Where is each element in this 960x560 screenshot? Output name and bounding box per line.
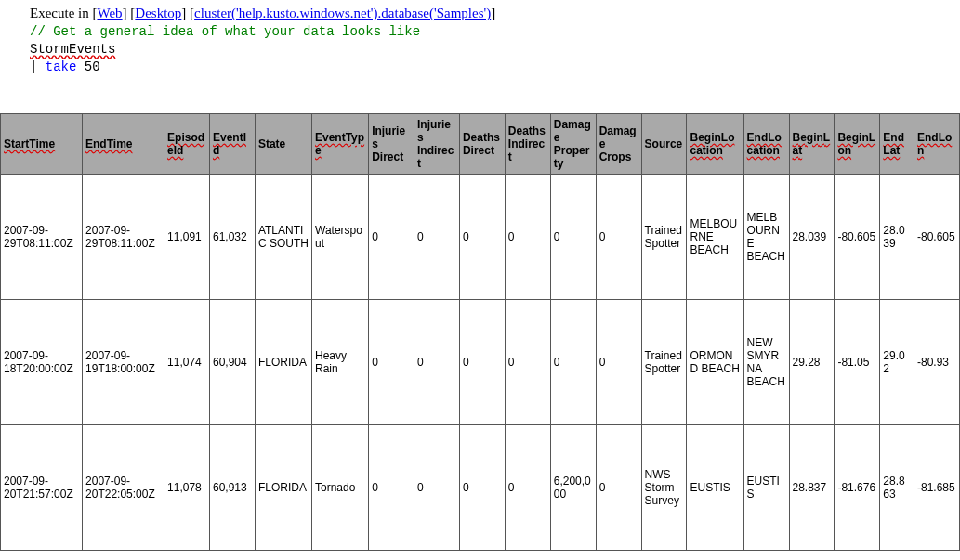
table-cell: 61,032	[209, 174, 255, 299]
table-cell: 0	[505, 174, 550, 299]
table-cell: Waterspout	[312, 174, 369, 299]
col-header: State	[255, 113, 311, 174]
link-web[interactable]: Web	[97, 6, 122, 20]
table-cell: 0	[550, 299, 596, 424]
table-cell: 0	[459, 299, 505, 424]
table-cell: -81.685	[914, 424, 959, 550]
code-take-kw: take	[46, 59, 77, 74]
table-cell: 0	[369, 174, 414, 299]
header-area: Execute in [Web] [Desktop] [cluster('hel…	[0, 0, 960, 80]
table-row: 2007-09-18T20:00:00Z2007-09-19T18:00:00Z…	[1, 299, 960, 424]
table-cell: FLORIDA	[255, 299, 311, 424]
table-cell: 2007-09-20T21:57:00Z	[1, 424, 83, 550]
table-cell: 0	[505, 424, 550, 550]
table-cell: ATLANTIC SOUTH	[255, 174, 311, 299]
table-cell: 0	[369, 299, 414, 424]
table-cell: 60,913	[209, 424, 255, 550]
table-cell: 60,904	[209, 299, 255, 424]
table-cell: 2007-09-18T20:00:00Z	[1, 299, 83, 424]
table-cell: ORMOND BEACH	[687, 299, 743, 424]
execute-prefix: Execute in	[30, 6, 92, 20]
table-cell: 28.837	[789, 424, 835, 550]
table-cell: -80.605	[914, 174, 959, 299]
table-cell: EUSTIS	[687, 424, 743, 550]
table-cell: Heavy Rain	[312, 299, 369, 424]
table-cell: -80.605	[835, 174, 880, 299]
table-cell: NWS Storm Survey	[641, 424, 687, 550]
table-cell: 29.28	[789, 299, 835, 424]
col-header: EventId	[209, 113, 255, 174]
col-header: BeginLon	[835, 113, 880, 174]
table-cell: 11,074	[164, 299, 210, 424]
table-cell: 0	[596, 424, 641, 550]
table-cell: 0	[369, 424, 414, 550]
table-cell: 0	[459, 424, 505, 550]
col-header: BeginLocation	[687, 113, 743, 174]
table-cell: 0	[414, 299, 460, 424]
table-cell: 2007-09-20T22:05:00Z	[83, 424, 164, 550]
header-row: StartTimeEndTimeEpisodeIdEventIdStateEve…	[1, 113, 960, 174]
table-cell: EUSTIS	[743, 424, 789, 550]
table-cell: MELBOURNE BEACH	[743, 174, 789, 299]
table-body: 2007-09-29T08:11:00Z2007-09-29T08:11:00Z…	[1, 174, 960, 550]
table-cell: 28.039	[880, 174, 914, 299]
table-cell: 0	[550, 174, 596, 299]
table-cell: 2007-09-29T08:11:00Z	[83, 174, 164, 299]
table-cell: 29.02	[880, 299, 914, 424]
code-comment: // Get a general idea of what your data …	[30, 24, 420, 39]
code-table: StormEvents	[30, 42, 115, 57]
table-cell: 0	[596, 299, 641, 424]
table-cell: FLORIDA	[255, 424, 311, 550]
code-take-arg: 50	[76, 59, 99, 74]
table-row: 2007-09-20T21:57:00Z2007-09-20T22:05:00Z…	[1, 424, 960, 550]
table-cell: Trained Spotter	[641, 174, 687, 299]
execute-line: Execute in [Web] [Desktop] [cluster('hel…	[30, 6, 953, 21]
table-cell: Trained Spotter	[641, 299, 687, 424]
col-header: Injuries Direct	[369, 113, 414, 174]
col-header: EndTime	[83, 113, 164, 174]
col-header: EpisodeId	[164, 113, 210, 174]
table-cell: -80.93	[914, 299, 959, 424]
table-cell: 0	[414, 424, 460, 550]
col-header: BeginLat	[789, 113, 835, 174]
table-cell: 28.039	[789, 174, 835, 299]
table-cell: Tornado	[312, 424, 369, 550]
col-header: StartTime	[1, 113, 83, 174]
col-header: Source	[641, 113, 687, 174]
table-cell: 11,091	[164, 174, 210, 299]
link-cluster[interactable]: cluster('help.kusto.windows.net').databa…	[194, 6, 491, 20]
col-header: EndLocation	[743, 113, 789, 174]
code-pipe: |	[30, 59, 46, 74]
col-header: Damage Crops	[596, 113, 641, 174]
code-block: // Get a general idea of what your data …	[30, 23, 953, 76]
table-cell: 0	[414, 174, 460, 299]
col-header: EventType	[312, 113, 369, 174]
table-cell: 28.863	[880, 424, 914, 550]
col-header: Damage Property	[550, 113, 596, 174]
table-cell: NEW SMYRNA BEACH	[743, 299, 789, 424]
table-cell: 6,200,000	[550, 424, 596, 550]
table-cell: 0	[596, 174, 641, 299]
results-table: StartTimeEndTimeEpisodeIdEventIdStateEve…	[0, 113, 960, 551]
table-cell: -81.676	[835, 424, 880, 550]
table-cell: 2007-09-19T18:00:00Z	[83, 299, 164, 424]
col-header: Injuries Indirect	[414, 113, 460, 174]
col-header: EndLat	[880, 113, 914, 174]
table-cell: 0	[505, 299, 550, 424]
table-row: 2007-09-29T08:11:00Z2007-09-29T08:11:00Z…	[1, 174, 960, 299]
col-header: Deaths Indirect	[505, 113, 550, 174]
table-cell: MELBOURNE BEACH	[687, 174, 743, 299]
col-header: Deaths Direct	[459, 113, 505, 174]
table-cell: 0	[459, 174, 505, 299]
table-cell: 11,078	[164, 424, 210, 550]
table-cell: 2007-09-29T08:11:00Z	[1, 174, 83, 299]
table-cell: -81.05	[835, 299, 880, 424]
link-desktop[interactable]: Desktop	[135, 6, 181, 20]
col-header: EndLon	[914, 113, 959, 174]
